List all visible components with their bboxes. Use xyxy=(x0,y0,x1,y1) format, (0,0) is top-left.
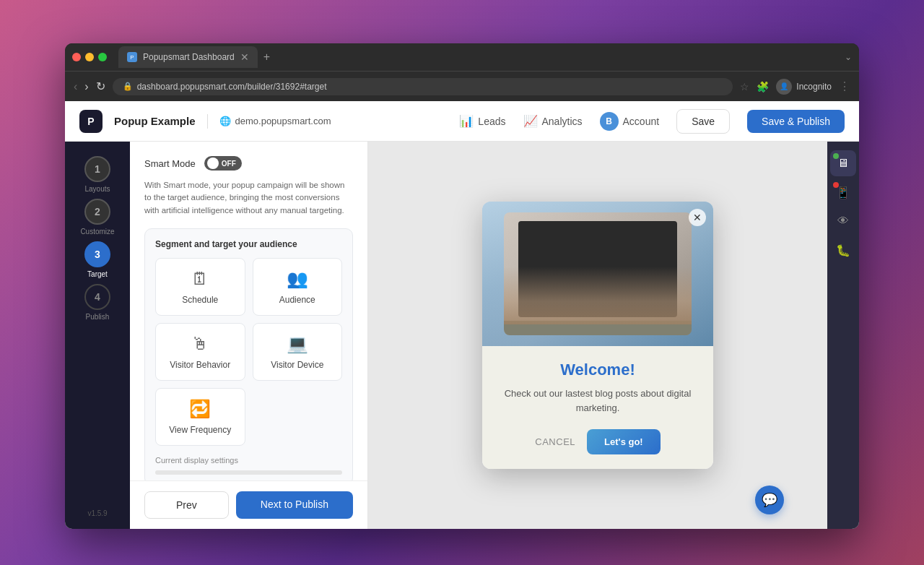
leads-nav-item[interactable]: 📊 Leads xyxy=(459,114,505,128)
smart-mode-label: Smart Mode xyxy=(144,158,196,169)
lock-icon: 🔒 xyxy=(123,82,133,91)
account-label: Account xyxy=(623,116,660,127)
leads-label: Leads xyxy=(478,116,505,127)
smart-mode-desc: With Smart mode, your popup campaign wil… xyxy=(144,179,353,217)
app-content: P Popup Example 🌐 demo.popupsmart.com 📊 … xyxy=(65,101,859,529)
mobile-dot xyxy=(833,182,839,188)
schedule-label: Schedule xyxy=(182,295,218,305)
step-3-circle: 3 xyxy=(84,241,110,267)
analytics-icon: 📈 xyxy=(523,114,538,128)
menu-button[interactable]: ⋮ xyxy=(839,79,850,93)
popup-actions: CANCEL Let's go! xyxy=(497,429,699,454)
save-publish-button[interactable]: Save & Publish xyxy=(747,110,845,133)
toggle-text: OFF xyxy=(222,160,236,168)
account-avatar: B xyxy=(600,112,619,131)
step-publish[interactable]: 4 Publish xyxy=(84,284,110,321)
preview-button[interactable]: 👁 xyxy=(830,208,856,234)
eye-icon: 👁 xyxy=(837,215,849,228)
step-1-number: 1 xyxy=(95,163,100,175)
logo-letter: P xyxy=(87,116,94,127)
refresh-button[interactable]: ↻ xyxy=(96,79,105,93)
settings-progress-bar xyxy=(155,470,342,475)
smart-mode-toggle[interactable]: OFF xyxy=(204,156,242,171)
segment-card-view-frequency[interactable]: 🔁 View Frequency xyxy=(155,388,245,446)
account-initial: B xyxy=(606,116,612,126)
incognito-label: Incognito xyxy=(796,82,832,92)
debug-button[interactable]: 🐛 xyxy=(830,237,856,263)
left-panel: Smart Mode OFF With Smart mode, your pop… xyxy=(130,142,368,529)
step-layouts[interactable]: 1 Layouts xyxy=(84,156,110,193)
extension-icon[interactable]: 🧩 xyxy=(757,81,769,92)
audience-label: Audience xyxy=(279,295,315,305)
account-nav-item[interactable]: B Account xyxy=(600,112,660,131)
app-logo: P xyxy=(79,110,103,133)
segment-grid: 🗓 Schedule 👥 Audience 🖱 Visitor Behavior xyxy=(155,258,342,446)
leads-icon: 📊 xyxy=(459,114,474,128)
popup-close-button[interactable]: ✕ xyxy=(689,209,706,226)
close-traffic-light[interactable] xyxy=(72,53,81,61)
save-button[interactable]: Save xyxy=(676,109,730,134)
segment-card-audience[interactable]: 👥 Audience xyxy=(253,258,343,316)
url-input[interactable]: 🔒 dashboard.popupsmart.com/builder/31692… xyxy=(113,78,733,95)
url-text: dashboard.popupsmart.com/builder/31692#t… xyxy=(137,82,327,92)
app-title: Popup Example xyxy=(114,115,196,127)
popup-cta-button[interactable]: Let's go! xyxy=(587,429,661,454)
new-tab-button[interactable]: + xyxy=(263,51,270,64)
segment-panel: Segment and target your audience 🗓 Sched… xyxy=(144,228,353,480)
tab-favicon: P xyxy=(127,52,137,62)
segment-card-visitor-behavior[interactable]: 🖱 Visitor Behavior xyxy=(155,323,245,381)
prev-button[interactable]: Prev xyxy=(144,491,229,519)
minimize-traffic-light[interactable] xyxy=(85,53,94,61)
active-tab[interactable]: P Popupsmart Dashboard ✕ xyxy=(118,46,258,68)
step-4-label: Publish xyxy=(86,313,110,321)
tab-chevron-icon[interactable]: ⌄ xyxy=(845,52,852,62)
bookmark-star-icon[interactable]: ☆ xyxy=(740,81,749,92)
segment-card-visitor-device[interactable]: 💻 Visitor Device xyxy=(253,323,343,381)
step-2-label: Customize xyxy=(80,228,114,236)
desktop-icon: 🖥 xyxy=(837,157,849,170)
audience-icon: 👥 xyxy=(287,269,308,289)
tab-close-button[interactable]: ✕ xyxy=(240,51,249,63)
segment-card-schedule[interactable]: 🗓 Schedule xyxy=(155,258,245,316)
visitor-behavior-icon: 🖱 xyxy=(191,334,209,354)
step-target[interactable]: 3 Target xyxy=(84,241,110,278)
sidebar-steps: 1 Layouts 2 Customize 3 Target xyxy=(65,142,130,529)
incognito-avatar: 👤 xyxy=(776,79,792,95)
laptop-sim xyxy=(504,212,692,335)
popup-image xyxy=(482,202,713,346)
view-frequency-label: View Frequency xyxy=(169,425,231,435)
step-1-label: Layouts xyxy=(84,185,110,193)
visitor-device-label: Visitor Device xyxy=(271,360,323,370)
popup-preview: ✕ Welcome! Check out ou xyxy=(482,202,713,469)
domain-text: demo.popupsmart.com xyxy=(235,116,331,126)
maximize-traffic-light[interactable] xyxy=(98,53,107,61)
address-actions: ☆ 🧩 xyxy=(740,81,769,92)
back-button[interactable]: ‹ xyxy=(74,80,77,93)
step-customize[interactable]: 2 Customize xyxy=(80,199,114,236)
step-2-number: 2 xyxy=(95,206,100,217)
desktop-view-button[interactable]: 🖥 xyxy=(830,150,856,176)
analytics-label: Analytics xyxy=(542,116,583,127)
popup-cancel-button[interactable]: CANCEL xyxy=(535,436,575,447)
mobile-view-button[interactable]: 📱 xyxy=(830,179,856,205)
traffic-lights xyxy=(72,53,107,61)
header-domain: 🌐 demo.popupsmart.com xyxy=(219,116,331,126)
header-divider xyxy=(207,114,208,129)
forward-button[interactable]: › xyxy=(84,80,88,93)
panel-content: Smart Mode OFF With Smart mode, your pop… xyxy=(130,142,367,480)
hands-visual xyxy=(504,267,692,324)
view-frequency-icon: 🔁 xyxy=(189,399,211,419)
desktop-active-dot xyxy=(833,153,839,159)
analytics-nav-item[interactable]: 📈 Analytics xyxy=(523,114,583,128)
step-4-number: 4 xyxy=(95,291,100,303)
step-3-number: 3 xyxy=(95,249,100,260)
incognito-badge: 👤 Incognito xyxy=(776,79,832,95)
step-4-circle: 4 xyxy=(84,284,110,310)
popup-body-text: Check out our lastest blog posts about d… xyxy=(497,387,699,415)
chat-bubble-button[interactable]: 💬 xyxy=(755,486,784,514)
next-button[interactable]: Next to Publish xyxy=(236,491,353,519)
browser-window: P Popupsmart Dashboard ✕ + ⌄ ‹ › ↻ 🔒 das… xyxy=(65,43,859,529)
visitor-behavior-label: Visitor Behavior xyxy=(170,360,230,370)
segment-title: Segment and target your audience xyxy=(155,239,342,249)
globe-icon: 🌐 xyxy=(219,116,231,126)
